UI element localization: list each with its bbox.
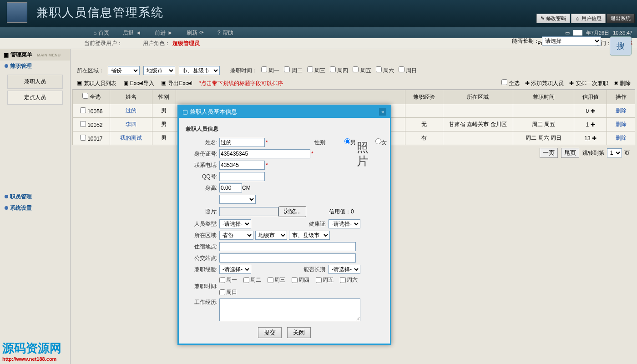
select-unknown[interactable] <box>219 195 256 204</box>
tool-export-excel[interactable]: ▣ 导出Excel <box>161 80 192 87</box>
input-idcard[interactable] <box>219 149 310 158</box>
input-phone[interactable] <box>219 161 265 170</box>
th-select-all-checkbox[interactable] <box>82 93 88 99</box>
sidebar-item-fixed-staff[interactable]: 定点人员 <box>7 91 63 105</box>
row-name-link[interactable]: 李四 <box>110 118 152 131</box>
input-name[interactable] <box>219 138 265 147</box>
tool-list[interactable]: ▣ 兼职人员列表 <box>77 80 116 87</box>
pager-last[interactable]: 尾页 <box>561 148 579 158</box>
filter-day-checkbox[interactable]: 周五 <box>353 67 371 74</box>
sidebar-group-parttime[interactable]: 兼职管理 <box>0 61 70 72</box>
row-delete-link[interactable]: 删除 <box>607 104 635 118</box>
tool-delete[interactable]: ✖ 删除 <box>614 80 631 87</box>
select-longterm[interactable]: -请选择- <box>329 265 360 274</box>
row-checkbox[interactable] <box>80 107 86 113</box>
row-delete-link[interactable]: 删除 <box>607 131 635 145</box>
select-person-type[interactable]: -请选择- <box>219 219 251 228</box>
input-photo-path[interactable] <box>219 207 278 216</box>
filter-day-checkbox[interactable]: 周三 <box>307 67 325 74</box>
dialog-day-checkbox[interactable]: 周一 <box>219 276 237 284</box>
sidebar-item-parttime-staff[interactable]: 兼职人员 <box>7 75 63 89</box>
header: 兼职人员信息管理系统 ✎修改密码 ☺用户信息 退出系统 <box>0 0 637 27</box>
sidebar: ▣ 管理菜单MAIN MENU 兼职管理 兼职人员 定点人员 职员管理 系统设置 <box>0 49 71 364</box>
app-logo <box>7 2 27 23</box>
search-button[interactable]: 搜 <box>610 36 632 56</box>
row-name-link[interactable]: 过的 <box>110 104 152 118</box>
staff-edit-dialog: ▢ 兼职人员基本信息 × 兼职人员信息 照片 姓名: * 性别: 男 女 身份证… <box>177 105 391 345</box>
radio-female[interactable]: 女 <box>359 138 387 147</box>
header-select-all[interactable]: 全选 <box>501 79 520 87</box>
change-password-button[interactable]: ✎修改密码 <box>536 14 570 23</box>
select-province[interactable]: 省份 <box>219 231 253 240</box>
nav-refresh[interactable]: 刷新 ⟳ <box>180 29 211 37</box>
nav-help[interactable]: ? 帮助 <box>211 29 240 37</box>
dialog-day-checkbox[interactable]: 周四 <box>292 276 309 284</box>
tool-arrange[interactable]: ✚ 安排一次兼职 <box>569 80 608 87</box>
filter-day-checkbox[interactable]: 周二 <box>284 67 302 74</box>
filter-day-checkbox[interactable]: 周四 <box>330 67 348 74</box>
input-height[interactable] <box>219 183 242 192</box>
watermark: 源码资源网 http://www.net188.com <box>2 340 61 362</box>
filter-day-checkbox[interactable]: 周六 <box>376 67 394 74</box>
input-qq[interactable] <box>219 172 265 181</box>
sidebar-header: ▣ 管理菜单MAIN MENU <box>0 49 70 61</box>
input-bus-station[interactable] <box>219 253 356 263</box>
filter-city-select[interactable]: 地级市 <box>143 66 175 75</box>
dialog-day-checkbox[interactable]: 周五 <box>316 276 334 284</box>
tool-import-excel[interactable]: ▣ Excel导入 <box>123 80 154 87</box>
input-work-history[interactable] <box>219 298 360 321</box>
row-checkbox[interactable] <box>80 135 86 141</box>
dialog-title: ▢ 兼职人员基本信息 <box>182 108 237 116</box>
pager-prev[interactable]: 一页 <box>540 148 558 158</box>
clock-date <box>573 30 582 35</box>
input-address[interactable] <box>219 242 356 251</box>
select-city[interactable]: 地级市 <box>255 231 287 240</box>
select-county[interactable]: 市、县级市 <box>289 231 330 240</box>
user-role: 超级管理员 <box>172 40 200 47</box>
nav-forward[interactable]: 前进 ► <box>148 29 180 37</box>
clock-time: 10:39:47 <box>613 30 632 35</box>
tool-add-staff[interactable]: ✚ 添加兼职人员 <box>525 80 564 87</box>
pager-page-select[interactable]: 1 <box>607 148 622 157</box>
select-health-cert[interactable]: -请选择- <box>329 219 360 228</box>
radio-male[interactable]: 男 <box>329 138 356 147</box>
sort-hint: *点击带下划线的标题字段可以排序 <box>199 80 283 87</box>
filter-day-checkbox[interactable]: 周日 <box>399 67 417 74</box>
close-button[interactable]: 关闭 <box>287 327 311 338</box>
select-experience[interactable]: -请选择- <box>219 265 251 274</box>
monitor-icon: ▭ <box>565 30 570 36</box>
nav-home[interactable]: ⌂ 首页 <box>86 29 116 37</box>
row-checkbox[interactable] <box>80 121 86 127</box>
app-title: 兼职人员信息管理系统 <box>36 5 164 20</box>
filter-longterm-select[interactable]: 请选择 <box>542 36 601 46</box>
dialog-day-checkbox[interactable]: 周六 <box>340 276 358 284</box>
browse-button[interactable]: 浏览... <box>278 206 306 217</box>
row-name-link[interactable]: 我的测试 <box>110 131 152 145</box>
sidebar-group-employee[interactable]: 职员管理 <box>0 191 70 202</box>
filter-province-select[interactable]: 省份 <box>108 66 140 75</box>
dialog-day-checkbox[interactable]: 周日 <box>219 288 237 296</box>
dialog-day-checkbox[interactable]: 周三 <box>268 276 285 284</box>
dialog-close-icon[interactable]: × <box>379 108 386 116</box>
user-info-button[interactable]: ☺用户信息 <box>571 14 606 23</box>
submit-button[interactable]: 提交 <box>258 327 282 338</box>
logout-button[interactable]: 退出系统 <box>607 14 635 23</box>
filter-day-checkbox[interactable]: 周一 <box>261 67 279 74</box>
filter-county-select[interactable]: 市、县级市 <box>179 66 220 75</box>
dialog-day-checkbox[interactable]: 周二 <box>243 276 261 284</box>
row-delete-link[interactable]: 删除 <box>607 118 635 131</box>
sidebar-group-system[interactable]: 系统设置 <box>0 202 70 214</box>
nav-back[interactable]: 后退 ◄ <box>116 29 148 37</box>
